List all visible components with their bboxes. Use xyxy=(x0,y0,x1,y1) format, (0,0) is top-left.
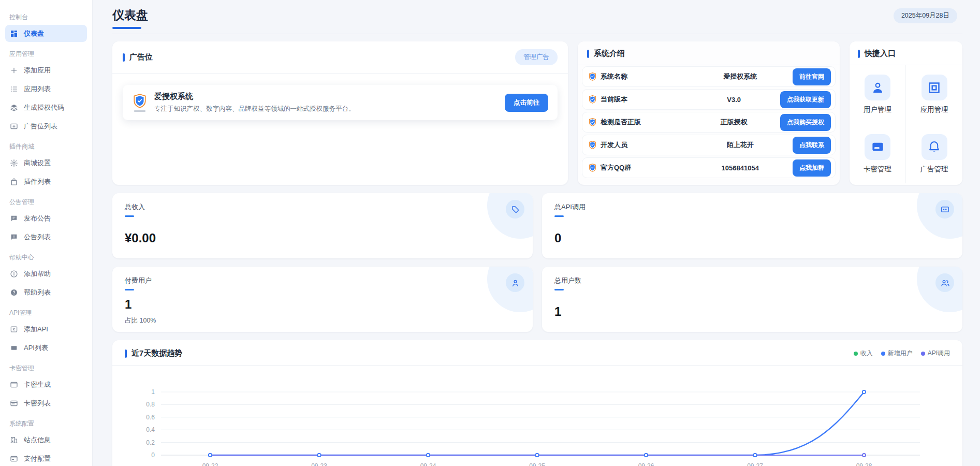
stat-label-underline xyxy=(125,289,134,290)
sidebar-item-shop-settings[interactable]: 商城设置 xyxy=(5,154,87,171)
bell-icon xyxy=(922,134,947,160)
sidebar-item-site-info[interactable]: 站点信息 xyxy=(5,431,87,448)
api-card-icon xyxy=(935,200,954,219)
manage-ads-button[interactable]: 管理广告 xyxy=(515,49,558,65)
sidebar-item-api-list[interactable]: API列表 xyxy=(5,339,87,356)
app-icon xyxy=(922,75,947,100)
quick-entry-ad-management[interactable]: 广告管理 xyxy=(906,124,962,183)
stat-label: 总API调用 xyxy=(554,202,950,212)
bag-icon xyxy=(10,178,18,186)
sidebar-item-publish-announcement[interactable]: 发布公告 xyxy=(5,210,87,227)
svg-text:09-25: 09-25 xyxy=(529,462,545,466)
system-row-button[interactable]: 点我获取更新 xyxy=(780,91,831,108)
sidebar-section-title: 公告管理 xyxy=(9,197,92,207)
system-row-button[interactable]: 点我加群 xyxy=(793,159,831,177)
sidebar-item-label: 帮助列表 xyxy=(24,288,51,297)
system-row-button[interactable]: 点我购买授权 xyxy=(780,114,831,131)
sidebar-item-app-list[interactable]: 应用列表 xyxy=(5,80,87,97)
user-icon xyxy=(865,75,890,100)
sidebar-item-label: 广告位列表 xyxy=(24,122,57,131)
sidebar-section-title: API管理 xyxy=(9,308,92,317)
sidebar-section-title: 卡密管理 xyxy=(9,363,92,373)
sidebar-item-ad-slot-list[interactable]: 广告位列表 xyxy=(5,118,87,135)
sidebar-item-generate-auth-code[interactable]: 生成授权代码 xyxy=(5,99,87,116)
sidebar-item-card-key-list[interactable]: 卡密列表 xyxy=(5,395,87,412)
sidebar-item-add-help[interactable]: 添加帮助 xyxy=(5,265,87,282)
stat-value: 0 xyxy=(554,231,950,245)
sidebar-item-label: 应用列表 xyxy=(24,84,51,94)
stat-value: 1 xyxy=(125,297,520,312)
quick-entry-card-key-management[interactable]: 卡密管理 xyxy=(850,124,906,183)
legend-item[interactable]: API调用 xyxy=(921,349,950,358)
sidebar-item-label: 发布公告 xyxy=(24,214,51,223)
pay-card-icon xyxy=(10,455,18,463)
ad-go-button[interactable]: 点击前往 xyxy=(505,94,548,112)
top-row: 广告位 管理广告 爱授权系统 专注于知识产权、数字内容、品牌权益等领域的一站式授… xyxy=(112,41,962,185)
stat-label: 总收入 xyxy=(125,202,520,212)
sidebar-item-plugin-list[interactable]: 插件列表 xyxy=(5,173,87,190)
stat-value: ¥0.00 xyxy=(125,231,520,245)
quick-entry-app-management[interactable]: 应用管理 xyxy=(906,65,962,124)
accent-bar xyxy=(125,350,127,358)
rect-icon xyxy=(10,344,18,352)
quick-entry-label: 卡密管理 xyxy=(864,165,891,174)
sidebar-item-dashboard[interactable]: 仪表盘 xyxy=(5,25,87,42)
quick-entry-label: 用户管理 xyxy=(864,105,891,114)
question-icon xyxy=(10,288,18,297)
accent-bar xyxy=(858,50,860,58)
sidebar-section-title: 应用管理 xyxy=(9,49,92,59)
sidebar-item-label: API列表 xyxy=(24,343,48,353)
sidebar-item-card-key-generate[interactable]: 卡密生成 xyxy=(5,376,87,393)
sidebar-item-announcement-list[interactable]: 公告列表 xyxy=(5,228,87,245)
trend-chart: 00.20.40.60.8109-2209-2309-2409-2509-260… xyxy=(125,366,950,466)
ad-description: 专注于知识产权、数字内容、品牌权益等领域的一站式授权服务平台。 xyxy=(154,105,498,113)
svg-text:09-23: 09-23 xyxy=(311,462,327,466)
sidebar-item-add-api[interactable]: 添加API xyxy=(5,321,87,338)
system-info-row: 检测是否正版正版授权点我购买授权 xyxy=(582,112,836,133)
chart-legend: 收入新增用户API调用 xyxy=(854,349,950,358)
svg-text:0.2: 0.2 xyxy=(146,439,155,446)
legend-item[interactable]: 新增用户 xyxy=(881,349,913,358)
system-info-row: 官方QQ群1056841054点我加群 xyxy=(582,157,836,178)
sidebar-item-label: 卡密生成 xyxy=(24,380,51,389)
quick-entry-user-management[interactable]: 用户管理 xyxy=(850,65,906,124)
sidebar-section-title: 帮助中心 xyxy=(9,253,92,262)
ad-text: 爱授权系统 专注于知识产权、数字内容、品牌权益等领域的一站式授权服务平台。 xyxy=(154,92,498,113)
system-intro-card: 系统介绍 系统名称爱授权系统前往官网当前版本V3.0点我获取更新检测是否正版正版… xyxy=(578,41,840,185)
sidebar-item-help-list[interactable]: 帮助列表 xyxy=(5,284,87,301)
stat-value: 1 xyxy=(554,304,950,319)
users-icon xyxy=(935,273,954,292)
ad-card-title: 广告位 xyxy=(129,52,153,62)
stat-label-underline xyxy=(554,215,564,217)
message-icon xyxy=(10,214,18,223)
sidebar-section-title: 系统配置 xyxy=(9,419,92,428)
sidebar-item-payment-config[interactable]: 支付配置 xyxy=(5,450,87,466)
sidebar-item-add-app[interactable]: 添加应用 xyxy=(5,62,87,79)
system-info-row: 当前版本V3.0点我获取更新 xyxy=(582,89,836,110)
svg-text:09-28: 09-28 xyxy=(856,462,872,466)
stat-label: 付费用户 xyxy=(125,276,520,285)
page-title: 仪表盘 xyxy=(112,7,962,23)
ad-banner: 爱授权系统 专注于知识产权、数字内容、品牌权益等领域的一站式授权服务平台。 点击… xyxy=(123,85,558,120)
info-icon xyxy=(10,270,18,278)
message-alert-icon xyxy=(10,233,18,241)
system-info-row: 开发人员陌上花开点我联系 xyxy=(582,135,836,155)
sidebar-item-label: 站点信息 xyxy=(24,435,51,445)
chart-header: 近7天数据趋势 收入新增用户API调用 xyxy=(112,340,962,365)
sidebar-item-label: 卡密列表 xyxy=(24,399,51,408)
svg-text:0.4: 0.4 xyxy=(146,426,155,433)
system-row-button[interactable]: 点我联系 xyxy=(793,137,831,154)
legend-dot xyxy=(881,352,885,356)
stat-card-total-users: 总用户数1 xyxy=(542,267,962,332)
system-row-label: 开发人员 xyxy=(601,140,688,150)
stat-card-total-api-calls: 总API调用0 xyxy=(542,193,962,258)
main-content: 仪表盘 2025年09月28日 广告位 管理广告 爱授权系统 专注于知识产权、数… xyxy=(93,0,980,466)
system-row-button[interactable]: 前往官网 xyxy=(793,68,831,85)
shield-logo-icon xyxy=(589,141,596,150)
system-row-value: 1056841054 xyxy=(688,164,793,172)
stat-label-underline xyxy=(554,289,564,290)
trend-chart-card: 近7天数据趋势 收入新增用户API调用 00.20.40.60.8109-220… xyxy=(112,340,962,466)
legend-item[interactable]: 收入 xyxy=(854,349,873,358)
legend-dot xyxy=(921,352,925,356)
header-divider xyxy=(112,34,962,34)
